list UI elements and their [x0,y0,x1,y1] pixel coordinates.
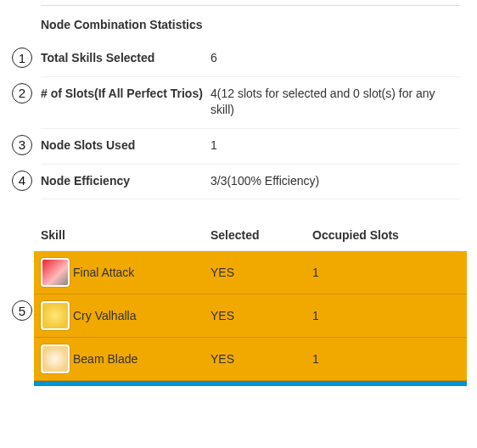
skill-selected: YES [210,309,312,322]
skill-selected: YES [210,266,312,279]
skill-table-header: Skill Selected Occupied Slots [41,220,460,251]
skill-icon [41,258,70,287]
skill-row[interactable]: Beam Blade YES 1 [34,338,467,381]
section-title: Node Combination Statistics [41,18,460,31]
skill-row[interactable]: Final Attack YES 1 [34,251,467,294]
annotation-marker-3: 3 [12,135,32,155]
annotation-marker-2: 2 [12,83,32,104]
stat-label: Node Efficiency [41,173,210,189]
col-header-selected: Selected [210,228,312,242]
skill-name: Beam Blade [73,352,137,366]
stat-value: 1 [210,137,460,154]
stat-label: Total Skills Selected [41,50,210,66]
skill-slots: 1 [312,266,460,279]
skill-row[interactable]: Cry Valhalla YES 1 [34,294,467,338]
stat-label: Node Slots Used [41,137,210,154]
col-header-skill: Skill [41,228,210,242]
stat-value: 4(12 slots for selected and 0 slot(s) fo… [210,86,460,118]
skill-name: Cry Valhalla [73,309,136,322]
stat-row: 4 Node Efficiency 3/3(100% Efficiency) [41,170,460,200]
stat-row: 1 Total Skills Selected 6 [41,47,460,77]
stat-value: 6 [210,50,460,66]
skill-icon [41,301,70,330]
stat-row: 3 Node Slots Used 1 [41,134,460,165]
skill-icon [41,344,70,373]
stat-value: 3/3(100% Efficiency) [210,173,460,189]
skill-name: Final Attack [73,266,134,279]
skill-selected: YES [210,352,312,366]
table-bottom-accent [34,381,467,386]
skill-slots: 1 [312,309,460,322]
annotation-marker-4: 4 [12,171,32,191]
stat-row: 2 # of Slots(If All Perfect Trios) 4(12 … [41,82,460,129]
stat-label: # of Slots(If All Perfect Trios) [41,86,210,102]
col-header-occupied: Occupied Slots [312,228,460,242]
annotation-marker-5: 5 [12,300,32,321]
skill-slots: 1 [312,352,460,366]
annotation-marker-1: 1 [12,48,32,68]
